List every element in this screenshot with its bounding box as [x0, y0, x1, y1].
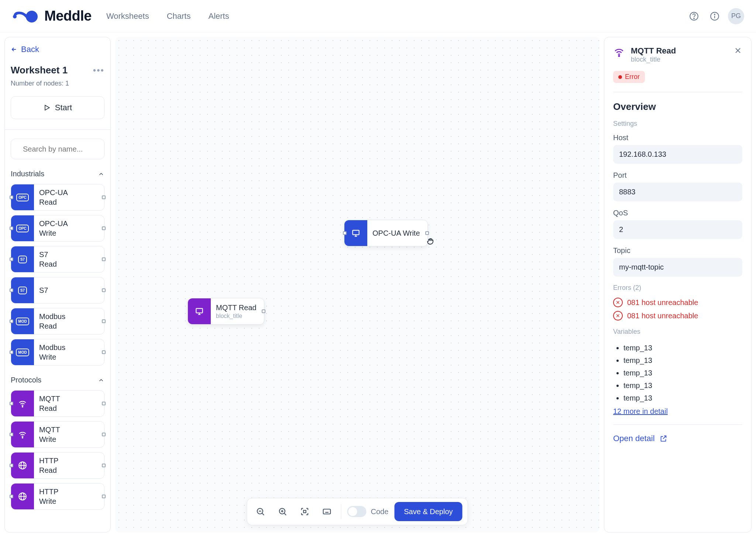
nav-alerts[interactable]: Alerts	[208, 11, 229, 21]
modbus-icon: MOD	[11, 308, 34, 334]
chevron-up-icon	[98, 171, 104, 177]
zoom-out-button[interactable]	[252, 503, 268, 520]
more-variables-link[interactable]: 12 more in detail	[613, 407, 668, 416]
play-icon	[43, 104, 51, 111]
open-detail-label: Open detail	[613, 434, 655, 443]
svg-rect-21	[196, 308, 202, 313]
error-item: ✕081 host unreachable	[613, 298, 742, 307]
qos-value[interactable]: 2	[613, 220, 742, 239]
protocols-list: MQTTRead MQTTWrite HTTPRead HTTPWrite	[11, 390, 104, 510]
variable-item: temp_13	[623, 379, 742, 392]
help-icon[interactable]	[687, 9, 701, 24]
error-item: ✕081 host unreachable	[613, 311, 742, 321]
search-field[interactable]	[23, 145, 111, 153]
node-http-write[interactable]: HTTPWrite	[11, 483, 104, 510]
logo-icon	[12, 8, 38, 24]
node-http-read[interactable]: HTTPRead	[11, 452, 104, 479]
node-modbus-write[interactable]: MODModbusWrite	[11, 339, 104, 365]
back-label: Back	[21, 45, 39, 54]
info-icon[interactable]	[707, 9, 722, 24]
worksheet-title: Worksheet 1	[11, 65, 68, 76]
node-s7-write[interactable]: S7S7	[11, 277, 104, 304]
svg-point-11	[22, 437, 23, 438]
external-link-icon	[659, 434, 667, 443]
separator	[341, 504, 341, 519]
overview-heading: Overview	[613, 101, 742, 112]
brand-name: Meddle	[44, 8, 92, 24]
chevron-up-icon	[98, 377, 104, 384]
topic-label: Topic	[613, 246, 742, 255]
toggle-switch[interactable]	[347, 506, 366, 517]
status-text: Error	[625, 73, 640, 81]
divider	[613, 425, 742, 425]
canvas-node-label: MQTT Read	[216, 303, 257, 312]
divider	[5, 129, 110, 130]
cursor-grab-icon	[426, 237, 435, 246]
fit-view-button[interactable]	[296, 503, 313, 520]
main-nav: Worksheets Charts Alerts	[106, 11, 229, 21]
category-label: Industrials	[11, 170, 44, 178]
variable-item: temp_13	[623, 367, 742, 379]
logo[interactable]: Meddle	[12, 8, 92, 24]
svg-point-10	[22, 406, 23, 407]
wifi-icon	[613, 46, 625, 63]
sidebar: Back Worksheet 1 ••• Number of nodes: 1 …	[4, 37, 111, 533]
category-industrials[interactable]: Industrials	[11, 170, 104, 178]
worksheet-more-icon[interactable]: •••	[93, 65, 104, 76]
save-deploy-button[interactable]: Save & Deploy	[394, 502, 462, 521]
canvas[interactable]: OPC-UA Write MQTT Read block_title Code	[115, 37, 599, 533]
svg-point-6	[714, 14, 715, 15]
user-avatar[interactable]: PG	[728, 8, 744, 24]
search-input[interactable]	[11, 139, 104, 159]
nav-charts[interactable]: Charts	[167, 11, 191, 21]
category-protocols[interactable]: Protocols	[11, 376, 104, 384]
canvas-node-opc-ua-write[interactable]: OPC-UA Write	[344, 220, 428, 246]
node-modbus-read[interactable]: MODModbusRead	[11, 308, 104, 335]
start-button[interactable]: Start	[11, 96, 104, 119]
wifi-icon	[11, 422, 34, 447]
svg-rect-31	[303, 510, 306, 513]
node-s7-read[interactable]: S7S7Read	[11, 246, 104, 273]
s7-icon: S7	[11, 277, 34, 303]
port-value[interactable]: 8883	[613, 183, 742, 201]
monitor-icon	[344, 220, 367, 246]
svg-line-25	[262, 513, 264, 515]
monitor-icon	[188, 298, 211, 324]
host-label: Host	[613, 134, 742, 142]
variable-item: temp_13	[623, 392, 742, 404]
open-detail-button[interactable]: Open detail	[613, 434, 742, 443]
industrials-list: OPCOPC-UARead OPCOPC-UAWrite S7S7Read S7…	[11, 184, 104, 365]
close-icon	[733, 46, 742, 55]
back-button[interactable]: Back	[11, 45, 104, 54]
variables-label: Variables	[613, 328, 742, 336]
node-opc-ua-read[interactable]: OPCOPC-UARead	[11, 184, 104, 211]
globe-icon	[11, 453, 34, 478]
svg-marker-7	[45, 105, 49, 110]
node-count: Number of nodes: 1	[11, 80, 104, 87]
code-toggle[interactable]: Code	[347, 506, 388, 517]
node-mqtt-write[interactable]: MQTTWrite	[11, 421, 104, 448]
variable-item: temp_13	[623, 342, 742, 354]
panel-subtitle: block_title	[631, 56, 676, 63]
status-dot-icon	[618, 75, 622, 79]
node-opc-ua-write[interactable]: OPCOPC-UAWrite	[11, 215, 104, 242]
errors-label: Errors (2)	[613, 284, 742, 292]
app-header: Meddle Worksheets Charts Alerts PG	[0, 0, 756, 32]
modbus-icon: MOD	[11, 339, 34, 365]
details-panel: MQTT Read block_title Error Overview Set…	[604, 37, 752, 533]
error-icon: ✕	[613, 311, 623, 321]
node-mqtt-read[interactable]: MQTTRead	[11, 390, 104, 417]
arrow-left-icon	[11, 46, 17, 53]
zoom-in-button[interactable]	[274, 503, 291, 520]
category-label: Protocols	[11, 376, 41, 384]
qos-label: QoS	[613, 209, 742, 217]
close-button[interactable]	[733, 46, 742, 56]
canvas-node-mqtt-read[interactable]: MQTT Read block_title	[188, 298, 264, 325]
nav-worksheets[interactable]: Worksheets	[106, 11, 149, 21]
opc-icon: OPC	[11, 184, 34, 210]
keyboard-button[interactable]	[319, 503, 335, 520]
host-value[interactable]: 192.168.0.133	[613, 145, 742, 164]
variable-item: temp_13	[623, 354, 742, 367]
settings-label: Settings	[613, 120, 742, 128]
topic-value[interactable]: my-mqtt-topic	[613, 258, 742, 277]
